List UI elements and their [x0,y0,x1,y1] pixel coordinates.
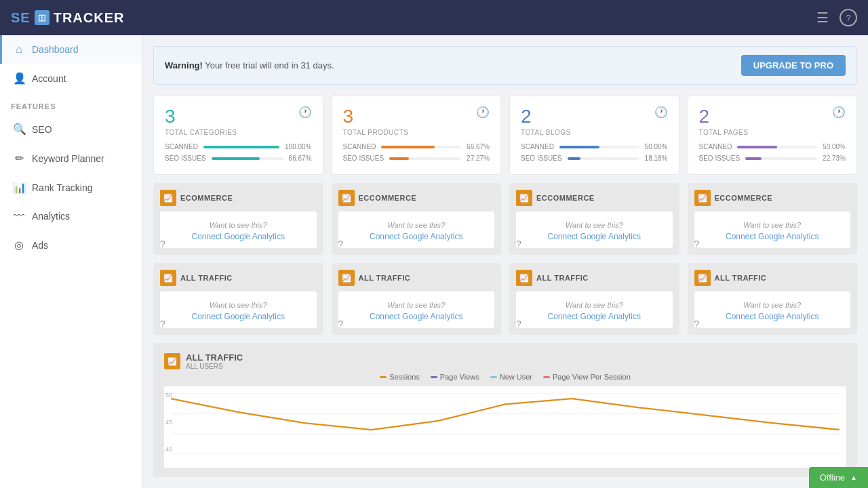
warning-banner: Warning! Your free trial will end in 31 … [153,46,857,85]
legend-item: Page View Per Session [543,373,631,381]
sidebar-item-ads[interactable]: ◎ Ads [0,230,142,260]
sidebar-item-label: Analytics [32,211,70,222]
stat-number: 3 [343,106,409,127]
seo-icon: 🔍 [13,123,25,136]
stat-label: TOTAL PRODUCTS [343,129,409,136]
widget-title: ECCOMMERCE [715,194,773,202]
logo: SE ◫ TRACKER [11,10,124,26]
widget-header: 📈 ECCOMMERCE [694,190,851,206]
connect-google-analytics-link[interactable]: Connect Google Analytics [523,312,666,321]
widget-connect-box: Want to see this? Connect Google Analyti… [338,291,495,328]
ecommerce-widget-row: 📈 ECOMMERCE Want to see this? Connect Go… [153,183,857,255]
legend-dot [431,376,437,378]
connect-google-analytics-link[interactable]: Connect Google Analytics [701,232,844,241]
chart-widget-icon: 📈 [164,353,180,369]
sidebar-item-label: Rank Tracking [32,182,92,193]
widget-card-0: 📈 ECOMMERCE Want to see this? Connect Go… [153,183,323,255]
question-icon[interactable]: ? [516,319,521,329]
legend-dot [380,376,387,378]
widget-title: ECOMMERCE [180,194,233,202]
upgrade-button[interactable]: UPGRADE TO PRO [741,55,846,76]
warning-message: Your free trial will end in 31 days. [205,60,334,70]
connect-google-analytics-link[interactable]: Connect Google Analytics [701,312,844,321]
legend-item: Sessions [380,373,420,381]
widget-connect-box: Want to see this? Connect Google Analyti… [516,211,673,248]
stat-card-0: 3 TOTAL CATEGORIES 🕐 SCANNED 100.00% SEO… [153,96,323,175]
menu-icon[interactable]: ☰ [816,9,829,26]
sidebar-item-seo[interactable]: 🔍 SEO [0,115,142,144]
widget-icon: 📈 [160,270,176,286]
stat-card-3: 2 TOTAL PAGES 🕐 SCANNED 50.00% SEO ISSUE… [688,96,858,175]
main-layout: ⌂ Dashboard 👤 Account FEATURES 🔍 SEO ✏ K… [0,35,868,488]
stat-bars: SCANNED 50.00% SEO ISSUES 22.73% [699,143,846,162]
widget-header: 📈 ALL TRAFFIC [160,270,317,286]
widget-connect-box: Want to see this? Connect Google Analyti… [160,291,317,328]
sidebar-item-account[interactable]: 👤 Account [0,64,142,93]
logo-tracker: TRACKER [54,10,125,26]
features-section-label: FEATURES [0,93,142,115]
rank-tracking-icon: 📊 [13,181,25,194]
sidebar-item-dashboard[interactable]: ⌂ Dashboard [0,35,142,64]
stat-bars: SCANNED 50.00% SEO ISSUES 18.18% [521,143,668,162]
topnav: SE ◫ TRACKER ☰ ? [0,0,868,35]
question-icon[interactable]: ? [160,319,165,329]
question-icon[interactable]: ? [160,239,165,249]
widget-icon: 📈 [338,270,355,286]
widget-card-2: 📈 ECCOMMERCE Want to see this? Connect G… [509,183,679,255]
widget-header: 📈 ECOMMERCE [160,190,317,206]
sidebar-item-analytics[interactable]: 〰 Analytics [0,202,142,230]
widget-card-3: 📈 ECCOMMERCE Want to see this? Connect G… [688,183,858,255]
connect-google-analytics-link[interactable]: Connect Google Analytics [345,312,488,321]
question-icon[interactable]: ? [338,319,344,329]
widget-card-2: 📈 ALL TRAFFIC Want to see this? Connect … [509,263,679,335]
question-icon[interactable]: ? [694,239,700,249]
chart-svg [171,393,840,454]
connect-google-analytics-link[interactable]: Connect Google Analytics [167,232,310,241]
y-label: 40 [165,446,172,453]
y-label: 45 [165,419,172,426]
traffic-widget-row: 📈 ALL TRAFFIC Want to see this? Connect … [153,263,857,335]
stat-label: TOTAL BLOGS [521,129,571,136]
connect-google-analytics-link[interactable]: Connect Google Analytics [167,312,310,321]
widget-card-0: 📈 ALL TRAFFIC Want to see this? Connect … [153,263,323,335]
offline-badge[interactable]: Offline ▲ [809,467,868,488]
stat-bars: SCANNED 66.67% SEO ISSUES 27.27% [343,143,490,162]
connect-google-analytics-link[interactable]: Connect Google Analytics [345,232,488,241]
stat-label: TOTAL PAGES [699,129,749,136]
widget-want-text: Want to see this? [566,221,623,229]
widget-title: ALL TRAFFIC [359,274,411,282]
widget-icon: 📈 [516,190,532,206]
widget-title: ECCOMMERCE [536,194,595,202]
main-content: Warning! Your free trial will end in 31 … [142,35,868,488]
widget-title: ECCOMMERCE [359,194,417,202]
question-icon[interactable]: ? [694,319,700,329]
stats-row: 3 TOTAL CATEGORIES 🕐 SCANNED 100.00% SEO… [153,96,857,175]
stat-number: 2 [699,106,749,127]
widget-card-1: 📈 ECCOMMERCE Want to see this? Connect G… [332,183,502,255]
widget-title: ALL TRAFFIC [715,274,767,282]
widget-connect-box: Want to see this? Connect Google Analyti… [160,211,317,248]
widget-icon: 📈 [516,270,532,286]
legend-dot [490,376,497,378]
question-icon[interactable]: ? [338,239,344,249]
widget-connect-box: Want to see this? Connect Google Analyti… [694,291,851,328]
sidebar-item-rank-tracking[interactable]: 📊 Rank Tracking [0,173,142,202]
widget-title: ALL TRAFFIC [180,274,233,282]
stat-bars: SCANNED 100.00% SEO ISSUES 66.67% [165,143,312,162]
stat-card-1: 3 TOTAL PRODUCTS 🕐 SCANNED 66.67% SEO IS… [332,96,502,175]
legend-item: New User [490,373,532,381]
widget-icon: 📈 [694,190,711,206]
sidebar-item-label: Dashboard [32,44,79,55]
widget-header: 📈 ECCOMMERCE [338,190,495,206]
help-button[interactable]: ? [840,9,857,26]
widget-icon: 📈 [160,190,176,206]
sidebar-item-label: SEO [32,124,52,135]
connect-google-analytics-link[interactable]: Connect Google Analytics [523,232,666,241]
sidebar-item-keyword-planner[interactable]: ✏ Keyword Planner [0,144,142,173]
y-label: 50 [165,392,172,399]
widget-connect-box: Want to see this? Connect Google Analyti… [338,211,495,248]
clock-icon: 🕐 [298,106,312,119]
question-icon[interactable]: ? [516,239,521,249]
widget-header: 📈 ECCOMMERCE [516,190,673,206]
widget-header: 📈 ALL TRAFFIC [516,270,673,286]
